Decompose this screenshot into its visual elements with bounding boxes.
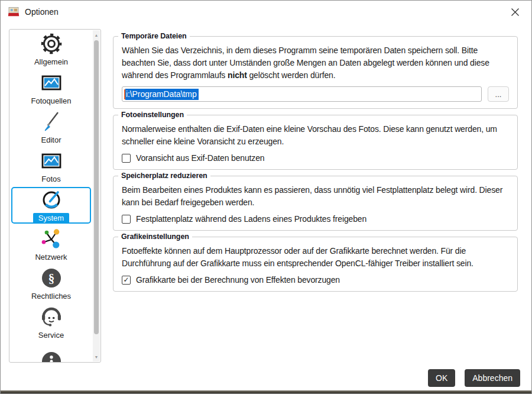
group-title: Grafikeinstellungen xyxy=(118,232,192,241)
close-icon xyxy=(511,8,520,17)
close-button[interactable] xyxy=(505,3,524,21)
sidebar: Allgemein Fotoquellen xyxy=(9,29,101,363)
prefer-gpu-option[interactable]: ✓ Grafikkarte bei der Berechnung von Eff… xyxy=(122,275,509,285)
browse-button[interactable]: ... xyxy=(488,86,509,102)
brush-icon xyxy=(40,110,63,134)
sidebar-item-info[interactable] xyxy=(11,342,91,362)
cancel-button[interactable]: Abbrechen xyxy=(465,369,520,387)
app-icon xyxy=(8,6,20,18)
temp-dir-row: i:\ProgramData\tmp ... xyxy=(122,86,509,102)
sidebar-item-fotoquellen[interactable]: Fotoquellen xyxy=(11,69,91,108)
sidebar-item-system[interactable]: System xyxy=(11,187,91,224)
group-photo-settings: Fotoeinstellungen Normalerweise enthalte… xyxy=(113,115,518,170)
sidebar-nav: Allgemein Fotoquellen xyxy=(9,30,93,362)
group-title: Temporäre Dateien xyxy=(118,32,190,40)
group-description: Normalerweise enthalten die Exif-Daten e… xyxy=(122,123,509,148)
group-disk-space: Speicherplatz reduzieren Beim Bearbeiten… xyxy=(113,176,518,231)
sidebar-item-label: Netzwerk xyxy=(35,253,67,261)
checkbox-label: Grafikkarte bei der Berechnung von Effek… xyxy=(136,275,340,285)
checkbox-free-disk-space[interactable] xyxy=(122,215,131,224)
checkbox-exif-preview[interactable] xyxy=(122,154,131,163)
group-description: Fotoeffekte können auf dem Hauptprozesso… xyxy=(122,245,509,270)
exif-preview-option[interactable]: Voransicht aus Exif-Daten benutzen xyxy=(122,153,509,163)
gauge-icon xyxy=(40,188,63,211)
gear-icon xyxy=(40,32,63,56)
network-icon xyxy=(40,227,63,251)
group-graphics-settings: Grafikeinstellungen Fotoeffekte können a… xyxy=(113,237,518,292)
sidebar-item-label: Editor xyxy=(41,135,61,144)
free-disk-space-option[interactable]: Festplattenplatz während des Ladens eine… xyxy=(122,214,509,224)
info-icon xyxy=(40,350,63,362)
window-title: Optionen xyxy=(25,7,59,17)
svg-text:§: § xyxy=(48,272,54,286)
sidebar-item-editor[interactable]: Editor xyxy=(11,108,91,147)
window-bottom-edge xyxy=(1,390,531,393)
group-title: Fotoeinstellungen xyxy=(118,111,187,119)
sidebar-item-label: Allgemein xyxy=(34,57,68,66)
checkbox-label: Festplattenplatz während des Ladens eine… xyxy=(136,214,366,224)
group-title: Speicherplatz reduzieren xyxy=(118,172,210,180)
sidebar-item-service[interactable]: Service xyxy=(11,303,91,342)
sidebar-scrollbar[interactable]: ▲ ▼ xyxy=(93,30,100,361)
settings-panel-system: Temporäre Dateien Wählen Sie das Verzeic… xyxy=(113,31,518,298)
checkbox-label: Voransicht aus Exif-Daten benutzen xyxy=(136,153,264,163)
dialog-footer: OK Abbrechen xyxy=(428,369,520,387)
sidebar-item-fotos[interactable]: Fotos xyxy=(11,147,91,186)
ok-button[interactable]: OK xyxy=(428,369,455,387)
group-temporary-files: Temporäre Dateien Wählen Sie das Verzeic… xyxy=(113,36,518,109)
sidebar-item-label: Fotoquellen xyxy=(31,96,72,105)
photo-icon xyxy=(40,149,63,173)
sidebar-item-allgemein[interactable]: Allgemein xyxy=(11,30,91,69)
headset-icon xyxy=(40,305,63,329)
temp-dir-value: i:\ProgramData\tmp xyxy=(125,89,199,100)
sidebar-item-label: System xyxy=(33,213,69,224)
temp-dir-input[interactable]: i:\ProgramData\tmp xyxy=(122,86,482,102)
sidebar-item-rechtliches[interactable]: § Rechtliches xyxy=(11,264,91,303)
scrollbar-thumb[interactable] xyxy=(94,40,99,334)
scroll-down-icon[interactable]: ▼ xyxy=(93,353,100,361)
sidebar-item-label: Service xyxy=(38,331,64,340)
paragraph-icon: § xyxy=(40,266,63,290)
sidebar-item-label: Rechtliches xyxy=(31,292,71,301)
group-description: Beim Bearbeiten eines Produktes kann es … xyxy=(122,184,509,209)
title-bar: Optionen xyxy=(1,1,531,23)
photo-icon xyxy=(40,71,63,95)
options-dialog: Optionen Allgemein xyxy=(0,0,532,394)
group-description: Wählen Sie das Verzeichnis, in dem diese… xyxy=(122,44,509,82)
scroll-up-icon[interactable]: ▲ xyxy=(93,31,100,39)
sidebar-item-netzwerk[interactable]: Netzwerk xyxy=(11,225,91,264)
sidebar-item-label: Fotos xyxy=(41,175,61,183)
checkbox-prefer-gpu[interactable]: ✓ xyxy=(122,276,131,285)
